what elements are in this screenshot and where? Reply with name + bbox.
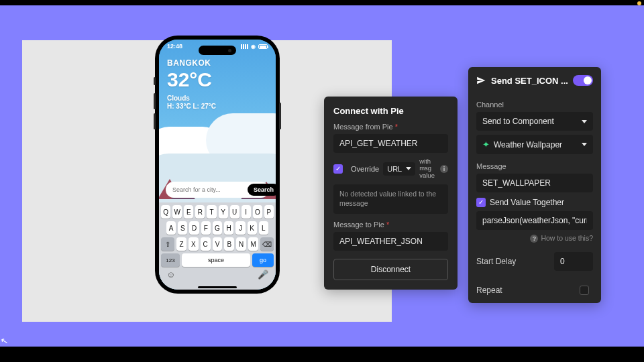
- key-k[interactable]: K: [248, 221, 257, 235]
- connect-title: Connect with Pie: [333, 106, 448, 116]
- city-search[interactable]: Search: [166, 182, 269, 198]
- send-title: Send SET_ICON ...: [476, 76, 568, 86]
- key-v[interactable]: V: [213, 237, 223, 251]
- key-p[interactable]: P: [264, 205, 274, 219]
- battery-icon: [258, 44, 268, 49]
- key-q[interactable]: Q: [161, 205, 170, 219]
- info-icon[interactable]: i: [440, 165, 448, 173]
- key-r[interactable]: R: [195, 205, 205, 219]
- key-j[interactable]: J: [235, 221, 245, 235]
- with-msg-value-label: with msg value: [419, 158, 436, 179]
- mic-icon[interactable]: 🎤: [258, 269, 268, 280]
- message-to-label: Message to Pie *: [333, 221, 448, 229]
- key-h[interactable]: H: [224, 221, 233, 235]
- key-x[interactable]: X: [189, 237, 199, 251]
- key-go[interactable]: go: [252, 253, 274, 267]
- key-f[interactable]: F: [201, 221, 211, 235]
- phone-power-button: [279, 103, 281, 129]
- send-value-together-label: Send Value Together: [490, 198, 564, 207]
- phone-silent-switch: [154, 77, 156, 85]
- how-to-use-link[interactable]: ?How to use this?: [476, 234, 593, 243]
- key-o[interactable]: O: [253, 205, 262, 219]
- status-bar: 12:48 ◉: [167, 43, 268, 50]
- key-a[interactable]: A: [166, 221, 176, 235]
- repeat-checkbox[interactable]: [580, 286, 589, 295]
- channel-select[interactable]: Send to Component: [476, 112, 593, 131]
- emoji-icon[interactable]: ☺: [166, 269, 175, 280]
- send-value-together-checkbox[interactable]: ✓: [476, 198, 486, 207]
- expression-input[interactable]: [476, 211, 593, 230]
- city-label: BANGKOK: [167, 58, 216, 68]
- send-panel: Send SET_ICON ... Channel Send to Compon…: [468, 67, 601, 303]
- key-s[interactable]: S: [178, 221, 187, 235]
- channel-label: Channel: [476, 101, 593, 109]
- override-checkbox[interactable]: ✓: [333, 164, 343, 174]
- bolt-icon: ✦: [482, 139, 490, 149]
- key-z[interactable]: Z: [176, 237, 186, 251]
- key-n[interactable]: N: [236, 237, 246, 251]
- phone-volume-down: [154, 113, 156, 129]
- key-b[interactable]: B: [224, 237, 234, 251]
- search-button[interactable]: Search: [248, 184, 276, 196]
- override-type-select[interactable]: URL: [383, 162, 415, 176]
- phone-screen: 12:48 ◉ BANGKOK 32°C Clouds H: 33°C L: 2…: [159, 40, 276, 290]
- chevron-down-icon: [582, 120, 587, 123]
- enable-toggle[interactable]: [573, 75, 593, 86]
- ios-keyboard[interactable]: QWERTYUIOP ASDFGHJKL ⇧ZXCVBNM⌫ 123 space…: [159, 202, 276, 290]
- key-shift[interactable]: ⇧: [161, 237, 174, 251]
- start-delay-input[interactable]: [554, 252, 593, 271]
- chevron-down-icon: [582, 143, 587, 146]
- component-select[interactable]: ✦Weather Wallpaper: [476, 135, 593, 154]
- key-d[interactable]: D: [189, 221, 199, 235]
- home-indicator: [198, 286, 237, 288]
- message-from-input[interactable]: [333, 134, 448, 153]
- disconnect-button[interactable]: Disconnect: [333, 259, 448, 280]
- key-l[interactable]: L: [259, 221, 268, 235]
- override-label: Override: [351, 165, 379, 173]
- help-icon: ?: [530, 235, 538, 243]
- condition-label: Clouds: [167, 95, 216, 102]
- no-detected-value-note: No detected value linked to the message: [333, 184, 448, 213]
- key-t[interactable]: T: [207, 205, 216, 219]
- send-icon: [476, 76, 486, 85]
- key-y[interactable]: Y: [219, 205, 228, 219]
- key-space[interactable]: space: [182, 253, 250, 267]
- start-delay-label: Start Delay: [476, 257, 516, 266]
- message-from-label: Message from Pie *: [333, 123, 448, 131]
- repeat-label: Repeat: [476, 286, 502, 295]
- connect-panel: Connect with Pie Message from Pie * ✓ Ov…: [324, 97, 458, 290]
- canvas-background: 12:48 ◉ BANGKOK 32°C Clouds H: 33°C L: 2…: [0, 5, 644, 347]
- high-low-label: H: 33°C L: 27°C: [167, 103, 216, 110]
- status-time: 12:48: [167, 43, 182, 50]
- key-numbers[interactable]: 123: [161, 253, 180, 267]
- message-to-input[interactable]: [333, 232, 448, 251]
- key-g[interactable]: G: [213, 221, 222, 235]
- message-label: Message: [476, 162, 593, 170]
- letterbox-top: [0, 0, 644, 5]
- temperature-label: 32°C: [167, 69, 216, 90]
- weather-overlay: BANGKOK 32°C Clouds H: 33°C L: 27°C: [167, 58, 216, 110]
- key-e[interactable]: E: [184, 205, 193, 219]
- letterbox-bottom: [0, 347, 644, 362]
- key-m[interactable]: M: [248, 237, 258, 251]
- phone-frame: 12:48 ◉ BANGKOK 32°C Clouds H: 33°C L: 2…: [155, 36, 280, 294]
- key-c[interactable]: C: [201, 237, 211, 251]
- wifi-icon: ◉: [251, 44, 256, 50]
- key-i[interactable]: I: [241, 205, 251, 219]
- key-u[interactable]: U: [230, 205, 239, 219]
- phone-volume-up: [154, 93, 156, 109]
- chevron-down-icon: [406, 167, 411, 170]
- key-w[interactable]: W: [172, 205, 182, 219]
- message-input[interactable]: [476, 174, 593, 192]
- search-input[interactable]: [172, 186, 248, 193]
- key-backspace[interactable]: ⌫: [260, 237, 274, 251]
- signal-icon: [241, 44, 248, 49]
